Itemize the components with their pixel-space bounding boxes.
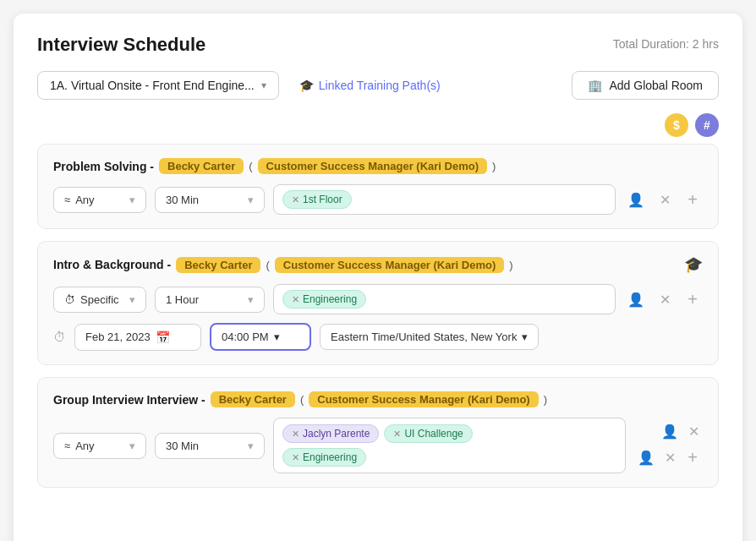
intro-background-section: Intro & Background - Becky Carter ( Cust… xyxy=(37,241,719,365)
group-type-dropdown[interactable]: ≈ Any ▾ xyxy=(53,433,146,459)
add-global-room-button[interactable]: 🏢 Add Global Room xyxy=(572,71,719,100)
page-title: Interview Schedule xyxy=(37,34,205,56)
problem-solving-title: Problem Solving - xyxy=(53,160,154,173)
group-close-icon-1[interactable]: ✕ xyxy=(685,422,703,441)
training-icon: 🎓 xyxy=(684,255,703,274)
chevron-down-icon: ▾ xyxy=(129,194,135,206)
intro-datetime-row: ⏱ Feb 21, 2023 📅 04:00 PM ▾ Eastern Time… xyxy=(53,323,703,351)
intro-tag-area: ✕ Engineering xyxy=(273,284,616,314)
problem-solving-interviewer: Becky Carter xyxy=(159,158,244,174)
group-icons-col: 👤 ✕ 👤 ✕ + xyxy=(634,422,703,469)
time-dropdown[interactable]: 04:00 PM ▾ xyxy=(210,323,311,351)
intro-background-header: Intro & Background - Becky Carter ( Cust… xyxy=(53,255,703,274)
intro-background-role: Customer Success Manager (Kari Demo) xyxy=(275,257,504,273)
group-interview-header: Group Interview Interview - Becky Carter… xyxy=(53,391,703,407)
problem-solving-tag-area: ✕ 1st Floor xyxy=(273,184,616,215)
intro-background-row: ⏱ Specific ▾ 1 Hour ▾ ✕ Engineering 👤 ✕ … xyxy=(53,284,703,314)
calendar-icon: 📅 xyxy=(156,331,170,344)
intro-background-title: Intro & Background - xyxy=(53,258,171,271)
group-tag-row-1: ✕ Jaclyn Parente ✕ UI Challenge xyxy=(282,424,616,443)
chevron-down-icon: ▾ xyxy=(261,79,266,91)
group-interview-interviewer: Becky Carter xyxy=(211,391,295,407)
remove-engineering-group-tag[interactable]: ✕ xyxy=(292,452,299,463)
chevron-down-icon: ▾ xyxy=(248,194,254,206)
building-icon: 🏢 xyxy=(588,79,602,92)
page-header: Interview Schedule Total Duration: 2 hrs xyxy=(37,34,719,56)
group-person-icon-2[interactable]: 👤 xyxy=(634,448,658,467)
chevron-down-icon: ▾ xyxy=(129,440,135,452)
group-add-button[interactable]: + xyxy=(682,446,703,469)
linked-training-link[interactable]: 🎓 Linked Training Path(s) xyxy=(299,79,441,92)
group-interview-row: ≈ Any ▾ 30 Min ▾ ✕ Jaclyn Parente ✕ UI C… xyxy=(53,418,703,473)
group-duration-dropdown[interactable]: 30 Min ▾ xyxy=(155,433,265,459)
chevron-down-icon: ▾ xyxy=(522,331,528,343)
intro-add-button[interactable]: + xyxy=(682,288,703,311)
tag-engineering-group: ✕ Engineering xyxy=(282,448,366,467)
schedule-dropdown-label: 1A. Virtual Onsite - Front End Engine... xyxy=(50,79,255,92)
problem-solving-role: Customer Success Manager (Kari Demo) xyxy=(258,158,487,174)
clock-icon: ⏱ xyxy=(53,330,66,344)
intro-duration-dropdown[interactable]: 1 Hour ▾ xyxy=(155,287,265,313)
tag-ui-challenge: ✕ UI Challenge xyxy=(384,424,472,443)
problem-solving-header: Problem Solving - Becky Carter ( Custome… xyxy=(53,158,703,174)
intro-close-icon[interactable]: ✕ xyxy=(656,290,674,309)
group-person-icon-1[interactable]: 👤 xyxy=(658,422,682,441)
schedule-dropdown[interactable]: 1A. Virtual Onsite - Front End Engine...… xyxy=(37,71,279,100)
group-close-icon-2[interactable]: ✕ xyxy=(661,448,679,467)
problem-solving-row: ≈ Any ▾ 30 Min ▾ ✕ 1st Floor 👤 ✕ + xyxy=(53,184,703,215)
group-interview-title: Group Interview Interview - xyxy=(53,393,205,407)
top-bar: 1A. Virtual Onsite - Front End Engine...… xyxy=(37,71,719,100)
group-tag-row-2: ✕ Engineering xyxy=(282,448,616,467)
dollar-icon-circle[interactable]: $ xyxy=(665,113,688,137)
intro-background-interviewer: Becky Carter xyxy=(176,257,260,273)
group-row2-icons: 👤 ✕ + xyxy=(634,446,703,469)
tag-engineering-intro: ✕ Engineering xyxy=(282,290,366,309)
hash-icon-circle[interactable]: # xyxy=(695,113,719,137)
remove-1st-floor-tag[interactable]: ✕ xyxy=(292,194,299,205)
total-duration: Total Duration: 2 hrs xyxy=(613,37,719,51)
chevron-down-icon: ▾ xyxy=(248,293,254,306)
timezone-dropdown[interactable]: Eastern Time/United States, New York ▾ xyxy=(320,324,539,350)
remove-engineering-tag[interactable]: ✕ xyxy=(292,294,299,305)
group-row1-icons: 👤 ✕ xyxy=(658,422,703,441)
tag-1st-floor: ✕ 1st Floor xyxy=(282,190,352,209)
chevron-down-icon: ▾ xyxy=(129,293,135,306)
problem-solving-person-icon[interactable]: 👤 xyxy=(624,190,648,210)
problem-solving-duration-dropdown[interactable]: 30 Min ▾ xyxy=(155,187,265,213)
problem-solving-section: Problem Solving - Becky Carter ( Custome… xyxy=(37,144,719,229)
problem-solving-close-icon[interactable]: ✕ xyxy=(656,190,674,210)
graduation-icon: 🎓 xyxy=(299,79,314,92)
interview-schedule-card: Interview Schedule Total Duration: 2 hrs… xyxy=(14,14,742,541)
group-interview-role: Customer Success Manager (Kari Demo) xyxy=(309,391,538,407)
remove-jaclyn-tag[interactable]: ✕ xyxy=(292,429,299,440)
icon-row: $ # xyxy=(37,113,719,137)
date-input[interactable]: Feb 21, 2023 📅 xyxy=(74,324,201,351)
any-icon: ≈ xyxy=(64,440,70,452)
chevron-down-icon: ▾ xyxy=(248,440,254,452)
problem-solving-add-button[interactable]: + xyxy=(682,189,703,211)
any-icon: ≈ xyxy=(64,194,70,206)
intro-person-icon[interactable]: 👤 xyxy=(624,290,648,309)
group-interview-section: Group Interview Interview - Becky Carter… xyxy=(37,377,719,488)
intro-type-dropdown[interactable]: ⏱ Specific ▾ xyxy=(53,287,146,313)
tag-jaclyn-parente: ✕ Jaclyn Parente xyxy=(282,424,379,443)
clock-icon: ⏱ xyxy=(64,293,75,306)
problem-solving-type-dropdown[interactable]: ≈ Any ▾ xyxy=(53,187,146,213)
group-tag-col: ✕ Jaclyn Parente ✕ UI Challenge ✕ Engine… xyxy=(273,418,626,473)
chevron-down-icon: ▾ xyxy=(274,331,280,343)
remove-ui-challenge-tag[interactable]: ✕ xyxy=(393,429,401,440)
